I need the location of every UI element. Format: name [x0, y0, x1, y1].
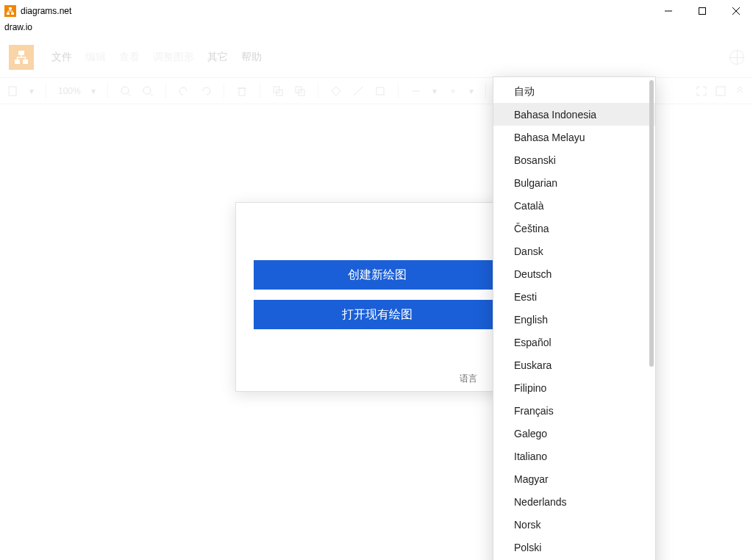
svg-rect-9	[23, 60, 28, 64]
language-option[interactable]: Polski	[493, 536, 655, 559]
window-title: diagrams.net	[21, 6, 71, 16]
globe-icon[interactable]	[729, 50, 744, 65]
language-option[interactable]: Galego	[493, 422, 655, 445]
scrollbar-thumb[interactable]	[649, 80, 654, 367]
language-option[interactable]: Español	[493, 331, 655, 353]
shadow-icon[interactable]	[374, 85, 386, 97]
svg-rect-18	[276, 90, 282, 96]
language-option[interactable]: Eesti	[493, 285, 655, 308]
start-dialog: 创建新绘图 打开现有绘图 语言	[235, 202, 519, 392]
svg-rect-19	[299, 90, 304, 96]
fullscreen-icon[interactable]	[696, 85, 707, 97]
app-logo	[9, 45, 34, 70]
language-option[interactable]: Bahasa Melayu	[493, 126, 655, 148]
svg-rect-8	[15, 60, 20, 64]
svg-rect-0	[9, 7, 12, 10]
front-icon[interactable]	[272, 85, 284, 97]
svg-rect-15	[239, 88, 245, 96]
menu-arrange[interactable]: 调整图形	[153, 51, 194, 64]
fill-icon[interactable]	[330, 85, 342, 97]
menu-help[interactable]: 帮助	[241, 51, 262, 64]
window-subtitle: draw.io	[0, 22, 753, 37]
undo-icon[interactable]	[178, 85, 190, 97]
zoom-out-icon[interactable]	[142, 85, 154, 97]
svg-rect-17	[274, 87, 279, 93]
language-option[interactable]: 自动	[493, 80, 655, 103]
svg-point-23	[452, 90, 454, 93]
waypoint-icon[interactable]	[447, 85, 459, 97]
svg-rect-1	[7, 12, 10, 15]
language-option[interactable]: Deutsch	[493, 262, 655, 285]
language-option[interactable]: Dansk	[493, 240, 655, 262]
svg-rect-21	[376, 87, 384, 95]
svg-rect-27	[716, 87, 725, 96]
zoom-in-icon[interactable]	[120, 85, 132, 97]
language-option[interactable]: Filipino	[493, 376, 655, 399]
maximize-button[interactable]	[685, 0, 719, 22]
connection-icon[interactable]	[410, 85, 422, 97]
menu-view[interactable]: 查看	[119, 51, 140, 64]
svg-line-12	[128, 93, 131, 96]
language-option[interactable]: Français	[493, 399, 655, 422]
titlebar: diagrams.net	[0, 0, 753, 22]
zoom-level[interactable]: 100%	[58, 86, 81, 96]
back-icon[interactable]	[294, 85, 306, 97]
menubar: 文件 编辑 查看 调整图形 其它 帮助	[0, 37, 753, 78]
language-option[interactable]: Norsk	[493, 513, 655, 536]
open-existing-diagram-button[interactable]: 打开现有绘图	[254, 300, 501, 329]
delete-icon[interactable]	[236, 85, 248, 97]
language-option[interactable]: Euskara	[493, 353, 655, 376]
svg-rect-20	[296, 87, 301, 93]
svg-point-13	[143, 87, 151, 94]
svg-rect-4	[699, 8, 706, 15]
language-option[interactable]: Bahasa Indonesia	[493, 103, 655, 126]
line-icon[interactable]	[352, 85, 364, 97]
svg-line-14	[150, 93, 153, 96]
menu-extras[interactable]: 其它	[207, 51, 228, 64]
collapse-icon[interactable]	[734, 85, 746, 97]
menu-file[interactable]: 文件	[51, 51, 72, 64]
format-icon[interactable]	[715, 85, 727, 97]
svg-point-11	[121, 87, 129, 94]
menu-edit[interactable]: 编辑	[85, 51, 106, 64]
app-icon	[4, 5, 16, 17]
close-button[interactable]	[719, 0, 753, 22]
language-option[interactable]: English	[493, 308, 655, 331]
language-option[interactable]: Italiano	[493, 445, 655, 467]
svg-rect-10	[9, 87, 16, 96]
create-new-diagram-button[interactable]: 创建新绘图	[254, 260, 501, 290]
language-option[interactable]: Nederlands	[493, 490, 655, 513]
language-option[interactable]: Català	[493, 194, 655, 217]
language-option[interactable]: Magyar	[493, 467, 655, 490]
language-menu: 自动Bahasa IndonesiaBahasa MelayuBosanskiB…	[493, 76, 656, 560]
language-option[interactable]: Bulgarian	[493, 171, 655, 194]
minimize-button[interactable]	[652, 0, 685, 22]
page-icon[interactable]	[7, 85, 19, 97]
svg-rect-7	[18, 51, 24, 55]
redo-icon[interactable]	[200, 85, 212, 97]
language-option[interactable]: Bosanski	[493, 148, 655, 171]
language-option[interactable]: Čeština	[493, 217, 655, 240]
language-label[interactable]: 语言	[460, 373, 477, 384]
svg-rect-2	[11, 12, 14, 15]
